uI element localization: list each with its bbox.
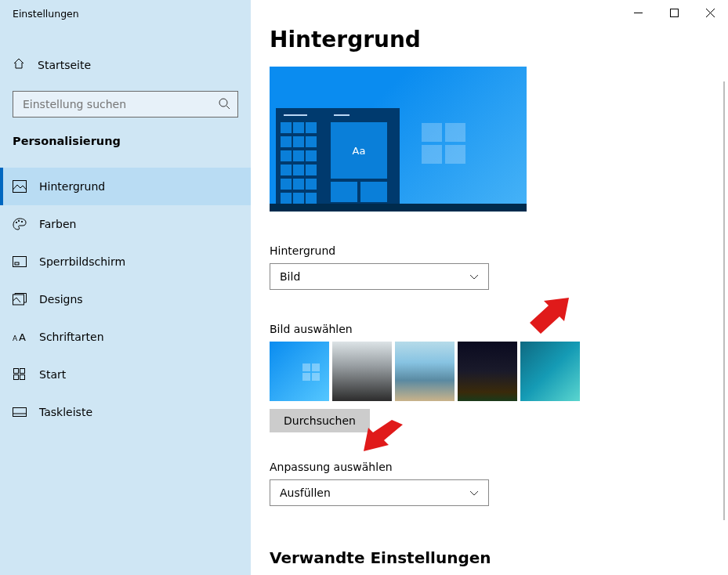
picture-thumbnail[interactable]	[458, 342, 517, 401]
chevron-down-icon	[469, 270, 479, 283]
annotation-arrow-icon	[364, 420, 407, 451]
sidebar-item-taskbar[interactable]: Taskleiste	[0, 393, 251, 431]
background-label: Hintergrund	[270, 244, 690, 257]
sidebar: Einstellungen Startseite Personalisierun…	[0, 0, 251, 575]
nav-label: Sperrbildschirm	[39, 255, 125, 268]
home-label: Startseite	[38, 59, 91, 71]
picture-thumbnail[interactable]	[520, 342, 580, 401]
sidebar-item-background[interactable]: Hintergrund	[0, 168, 251, 205]
svg-rect-15	[14, 369, 19, 374]
picture-thumbnails	[270, 342, 690, 401]
svg-point-9	[21, 221, 22, 222]
background-type-select[interactable]: Bild	[270, 263, 489, 290]
taskbar-icon	[13, 405, 27, 419]
start-icon	[13, 367, 27, 382]
svg-point-8	[18, 220, 19, 221]
svg-rect-6	[13, 181, 27, 193]
taskbar-preview	[270, 204, 527, 212]
nav-label: Hintergrund	[39, 180, 105, 193]
svg-rect-17	[14, 375, 19, 380]
svg-rect-16	[20, 369, 25, 374]
svg-rect-11	[15, 262, 19, 265]
maximize-button[interactable]	[656, 0, 692, 25]
close-button[interactable]	[692, 0, 728, 25]
sidebar-item-colors[interactable]: Farben	[0, 205, 251, 243]
nav-label: Designs	[39, 293, 83, 306]
image-icon	[13, 179, 27, 193]
browse-button[interactable]: Durchsuchen	[270, 409, 370, 432]
select-value: Bild	[280, 270, 300, 283]
annotation-arrow-icon	[525, 298, 569, 334]
home-icon	[13, 57, 25, 72]
background-preview: Aa	[270, 67, 527, 212]
sidebar-nav: Hintergrund Farben Sperrbildschirm Desig…	[0, 168, 251, 431]
svg-rect-10	[13, 257, 27, 267]
search-input[interactable]	[13, 91, 238, 118]
fit-label: Anpassung auswählen	[270, 461, 690, 473]
lockscreen-icon	[13, 255, 27, 269]
svg-rect-19	[13, 408, 27, 417]
chevron-down-icon	[469, 486, 479, 499]
section-title: Personalisierung	[0, 118, 251, 158]
start-menu-preview: Aa	[276, 108, 400, 205]
sidebar-item-themes[interactable]: Designs	[0, 280, 251, 318]
nav-label: Start	[39, 368, 66, 381]
sidebar-item-lockscreen[interactable]: Sperrbildschirm	[0, 243, 251, 280]
picture-thumbnail[interactable]	[332, 342, 392, 401]
fit-select[interactable]: Ausfüllen	[270, 479, 489, 506]
settings-window: Einstellungen Startseite Personalisierun…	[0, 0, 728, 575]
svg-rect-1	[670, 9, 678, 16]
nav-label: Farben	[39, 218, 76, 230]
font-icon: AA	[13, 330, 27, 344]
svg-point-7	[16, 222, 16, 222]
nav-label: Schriftarten	[39, 331, 104, 343]
pick-image-label: Bild auswählen	[270, 323, 690, 335]
main-content: Hintergrund Aa Hi	[251, 0, 728, 575]
page-title: Hintergrund	[270, 27, 690, 52]
picture-thumbnail[interactable]	[270, 342, 329, 401]
svg-text:A: A	[13, 335, 18, 342]
svg-text:A: A	[19, 331, 26, 342]
svg-rect-18	[20, 375, 25, 380]
svg-marker-22	[364, 420, 403, 451]
select-value: Ausfüllen	[280, 486, 331, 499]
palette-icon	[13, 217, 27, 231]
sidebar-item-start[interactable]: Start	[0, 356, 251, 393]
picture-thumbnail[interactable]	[395, 342, 455, 401]
minimize-button[interactable]	[620, 0, 656, 25]
nav-label: Taskleiste	[39, 406, 92, 418]
theme-icon	[13, 292, 27, 306]
sidebar-item-fonts[interactable]: AA Schriftarten	[0, 318, 251, 356]
preview-text: Aa	[331, 122, 387, 179]
svg-marker-21	[530, 298, 569, 334]
scrollbar[interactable]	[723, 81, 725, 520]
related-settings-heading: Verwandte Einstellungen	[270, 548, 690, 567]
window-title: Einstellungen	[0, 8, 251, 27]
search-field	[0, 91, 251, 118]
titlebar	[620, 0, 728, 25]
windows-logo-icon	[422, 123, 465, 167]
home-button[interactable]: Startseite	[0, 48, 251, 81]
